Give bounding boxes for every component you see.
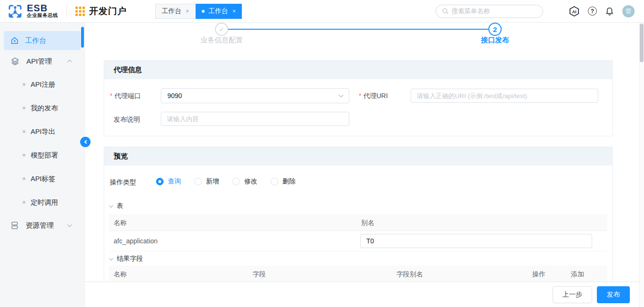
radio-icon [194,178,202,185]
col-name: 名称 [114,214,127,231]
tab-label: 工作台 [208,7,228,16]
sidebar-item-my-publish[interactable]: 我的发布 [0,96,84,120]
user-avatar[interactable]: 管 [622,5,635,17]
radio-query[interactable]: 查询 [156,177,181,186]
radio-delete[interactable]: 删除 [271,177,296,186]
result-fields-table: 名称 字段 字段别名 操作 添加 [109,266,607,282]
col-alias: 别名 [361,214,374,231]
result-fields-header: 名称 字段 字段别名 操作 添加 [109,266,607,282]
notification-bell-icon[interactable] [605,7,614,16]
bullet-icon [23,154,25,157]
logo-subtitle: 企业服务总线 [27,12,58,19]
table-alias-input[interactable] [360,234,592,248]
table-list: 名称 别名 afc_application [109,214,607,251]
col-field-alias: 字段别名 [396,266,423,282]
stepper-connector [228,29,488,30]
sidebar-item-api-tags[interactable]: API标签 [0,167,84,191]
proxy-port-label: *代理端口 [110,88,140,103]
proxy-section-title: 代理信息 [104,61,612,79]
portal-title: 开发门户 [89,5,127,17]
col-name: 名称 [114,266,127,282]
chevron-down-icon [109,257,113,260]
step-1-circle: ✓ [215,23,228,36]
sidebar-collapse-button[interactable] [80,137,91,147]
svg-text:AI: AI [572,9,577,14]
radio-create[interactable]: 新增 [194,177,219,186]
preview-section-title: 预览 [104,147,612,166]
col-actions: 操作 [532,266,545,282]
search-input[interactable] [452,8,537,15]
apps-grid-icon [75,7,85,16]
col-add: 添加 [571,266,584,282]
bullet-icon [23,83,25,86]
table-group-toggle[interactable]: 表 [110,202,124,210]
publish-button[interactable]: 发布 [597,286,630,303]
footer-action-bar: 上一步 发布 [85,282,644,307]
sidebar-nav: 工作台 API管理 API注册 我的发布 API导出 模型部署 [0,23,85,307]
chevron-down-icon [109,204,113,207]
operation-type-radio-group: 查询 新增 修改 删除 [156,177,296,186]
logo-title: ESB [27,4,58,12]
tab-close-icon[interactable]: × [232,8,236,15]
scrollbar-thumb[interactable] [640,24,644,62]
chevron-up-icon [67,60,72,65]
header-divider [66,5,67,17]
radio-selected-icon [156,178,164,185]
radio-icon [232,178,240,185]
tab-close-icon[interactable]: × [186,8,189,15]
radio-update[interactable]: 修改 [232,177,257,186]
sidebar-item-api-export[interactable]: API导出 [0,120,84,143]
esb-logo: ESB 企业服务总线 [7,3,58,20]
chevron-left-icon [84,140,88,144]
menu-search[interactable] [436,5,543,18]
radio-icon [271,178,278,185]
active-tab-dot-icon [202,10,205,13]
tab-workbench-1[interactable]: 工作台 × [155,4,196,19]
step-2-label: 接口发布 [453,36,537,45]
layers-icon [10,57,20,66]
sidebar-item-workbench[interactable]: 工作台 [4,31,81,50]
proxy-port-value: 9090 [161,89,349,103]
tab-label: 工作台 [162,7,182,16]
proxy-port-select[interactable]: 9090 [161,88,349,103]
home-icon [10,36,19,45]
content-scroll-indicator[interactable] [81,27,84,48]
table-list-header: 名称 别名 [109,214,607,231]
proxy-info-section: 代理信息 *代理端口 9090 *代理URI 发布说明 [104,60,613,136]
open-tabs: 工作台 × 工作台 × [155,4,242,19]
table-row: afc_application [109,231,607,251]
step-1-label: 业务信息配置 [179,36,264,45]
search-icon [442,8,449,15]
preview-section: 预览 操作类型 查询 新增 修改 删除 表 [104,147,613,282]
esb-logo-icon [7,3,24,20]
bullet-icon [23,107,25,109]
col-field: 字段 [253,266,266,282]
bullet-icon [23,201,25,204]
step-2-circle: 2 [488,23,502,36]
sidebar-item-model-deploy[interactable]: 模型部署 [0,143,84,167]
sidebar-group-resource-management[interactable]: 资源管理 [0,214,84,237]
result-fields-group-toggle[interactable]: 结果字段 [110,255,143,263]
table-name-cell: afc_application [114,231,157,251]
sidebar-item-api-register[interactable]: API注册 [0,73,84,96]
bullet-icon [23,177,25,180]
publish-desc-label: 发布说明 [114,112,140,127]
previous-step-button[interactable]: 上一步 [553,286,592,303]
database-icon [10,221,19,230]
top-bar: ESB 企业服务总线 开发门户 工作台 × 工作台 × [0,0,644,23]
portal-switcher[interactable]: 开发门户 [75,5,127,17]
proxy-uri-input[interactable] [411,89,598,103]
ai-assistant-icon[interactable]: AI [569,6,580,17]
esb-dev-portal: ESB 企业服务总线 开发门户 工作台 × 工作台 × [0,0,644,307]
operation-type-label: 操作类型 [110,177,136,187]
help-icon[interactable]: ? [588,7,597,16]
sidebar-item-scheduled-call[interactable]: 定时调用 [0,191,84,214]
publish-desc-input[interactable] [161,112,349,126]
chevron-down-icon [67,223,72,227]
sidebar-group-api-management[interactable]: API管理 [0,50,84,73]
vertical-scrollbar[interactable] [639,23,644,307]
proxy-uri-label: *代理URI [359,88,388,103]
check-icon: ✓ [219,25,224,33]
tab-workbench-2-active[interactable]: 工作台 × [196,4,242,19]
bullet-icon [23,130,25,133]
